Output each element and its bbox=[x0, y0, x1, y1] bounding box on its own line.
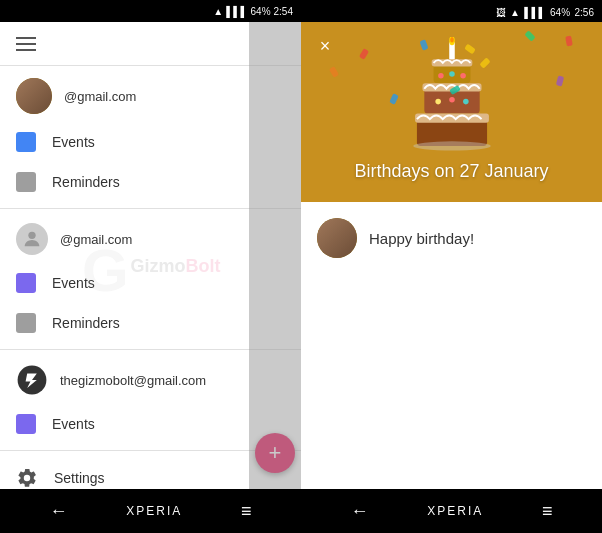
status-bar-right: 🖼 ▲ ▌▌▌ 64% 2:56 bbox=[301, 0, 602, 22]
xperia-brand-left: XPERIA bbox=[126, 504, 182, 518]
events-item-3[interactable]: Events bbox=[0, 404, 301, 444]
confetti-4 bbox=[524, 30, 535, 41]
birthday-card: × bbox=[301, 22, 602, 489]
svg-point-14 bbox=[449, 71, 455, 77]
events-label-3: Events bbox=[52, 416, 95, 432]
account-email-2: @gmail.com bbox=[60, 232, 132, 247]
settings-label: Settings bbox=[54, 470, 105, 486]
birthday-message: Happy birthday! bbox=[369, 230, 474, 247]
confetti-1 bbox=[359, 48, 369, 60]
close-button[interactable]: × bbox=[311, 32, 339, 60]
birthday-message-area: Happy birthday! bbox=[301, 202, 602, 274]
svg-point-15 bbox=[460, 73, 466, 79]
status-icons-right: 🖼 ▲ ▌▌▌ 64% 2:56 bbox=[496, 2, 594, 20]
right-panel: 🖼 ▲ ▌▌▌ 64% 2:56 × bbox=[301, 0, 602, 533]
events-label-1: Events bbox=[52, 134, 95, 150]
time-right: 2:56 bbox=[575, 7, 594, 18]
events-icon-3 bbox=[16, 414, 36, 434]
svg-point-0 bbox=[28, 232, 35, 239]
gear-icon bbox=[16, 467, 38, 489]
svg-point-13 bbox=[438, 73, 444, 79]
signal-icon-left: ▌▌▌ bbox=[226, 6, 247, 17]
svg-rect-11 bbox=[415, 114, 489, 123]
avatar-2 bbox=[16, 223, 48, 255]
settings-item[interactable]: Settings bbox=[0, 457, 301, 489]
wifi-icon-left: ▲ bbox=[213, 6, 223, 17]
fab-plus-icon: + bbox=[269, 440, 282, 466]
confetti-6 bbox=[329, 66, 339, 78]
hamburger-menu[interactable] bbox=[16, 37, 36, 51]
reminders-icon-2 bbox=[16, 313, 36, 333]
xperia-brand-right: XPERIA bbox=[427, 504, 483, 518]
avatar-1 bbox=[16, 78, 52, 114]
account-2[interactable]: @gmail.com bbox=[0, 215, 301, 263]
top-bar-left bbox=[0, 22, 301, 66]
back-button-left[interactable]: ← bbox=[49, 501, 67, 522]
status-bar-left: ▲ ▌▌▌ 64% 2:54 bbox=[0, 0, 301, 22]
person-avatar bbox=[317, 218, 357, 258]
birthday-title: Birthdays on 27 January bbox=[354, 161, 548, 181]
menu-button-right[interactable]: ≡ bbox=[542, 501, 553, 522]
time-left: 2:54 bbox=[274, 6, 293, 17]
birthday-hero: × bbox=[301, 22, 602, 202]
person-icon bbox=[21, 228, 43, 250]
events-icon-1 bbox=[16, 132, 36, 152]
battery-label-right: 64% bbox=[550, 7, 570, 18]
wifi-icon-right: ▲ bbox=[510, 7, 520, 18]
status-icons-left: ▲ ▌▌▌ 64% 2:54 bbox=[213, 6, 293, 17]
divider-1 bbox=[0, 208, 301, 209]
birthday-title-overlay: Birthdays on 27 January bbox=[301, 161, 602, 182]
account-email-1: @gmail.com bbox=[64, 89, 136, 104]
events-item-2[interactable]: Events bbox=[0, 263, 301, 303]
confetti-9 bbox=[389, 93, 399, 105]
battery-label-left: 64% bbox=[251, 6, 271, 17]
account-gizmobolt[interactable]: thegizmobolt@gmail.com bbox=[0, 356, 301, 404]
bottom-nav-left: ← XPERIA ≡ bbox=[0, 489, 301, 533]
gizmobolt-email: thegizmobolt@gmail.com bbox=[60, 373, 206, 388]
account-1[interactable]: @gmail.com bbox=[0, 66, 301, 122]
hamburger-line-2 bbox=[16, 43, 36, 45]
drawer-content: @gmail.com Events Reminders @gmail.com E… bbox=[0, 66, 301, 489]
confetti-5 bbox=[556, 75, 564, 86]
reminders-icon-1 bbox=[16, 172, 36, 192]
svg-point-12 bbox=[413, 141, 491, 150]
reminders-item-2[interactable]: Reminders bbox=[0, 303, 301, 343]
events-item-1[interactable]: Events bbox=[0, 122, 301, 162]
fab-button[interactable]: + bbox=[255, 433, 295, 473]
events-icon-2 bbox=[16, 273, 36, 293]
gizmobolt-logo-icon bbox=[16, 364, 48, 396]
avatar-inner-1 bbox=[16, 78, 52, 114]
left-panel: ▲ ▌▌▌ 64% 2:54 @gmail.com Events Remin bbox=[0, 0, 301, 533]
confetti-8 bbox=[565, 36, 573, 47]
reminders-label-2: Reminders bbox=[52, 315, 120, 331]
back-button-right[interactable]: ← bbox=[350, 501, 368, 522]
svg-point-16 bbox=[435, 99, 441, 105]
hamburger-line-3 bbox=[16, 49, 36, 51]
person-avatar-inner bbox=[317, 218, 357, 258]
divider-2 bbox=[0, 349, 301, 350]
menu-button-left[interactable]: ≡ bbox=[241, 501, 252, 522]
events-label-2: Events bbox=[52, 275, 95, 291]
hamburger-line-1 bbox=[16, 37, 36, 39]
reminders-item-1[interactable]: Reminders bbox=[0, 162, 301, 202]
svg-point-5 bbox=[450, 37, 454, 43]
svg-point-18 bbox=[463, 99, 469, 105]
bottom-nav-right: ← XPERIA ≡ bbox=[301, 489, 602, 533]
birthday-cake-icon bbox=[402, 37, 502, 157]
svg-point-17 bbox=[449, 97, 455, 103]
cake-wrapper bbox=[402, 37, 502, 157]
reminders-label-1: Reminders bbox=[52, 174, 120, 190]
signal-icon-right: ▌▌▌ bbox=[524, 7, 545, 18]
gallery-icon-right: 🖼 bbox=[496, 7, 506, 18]
